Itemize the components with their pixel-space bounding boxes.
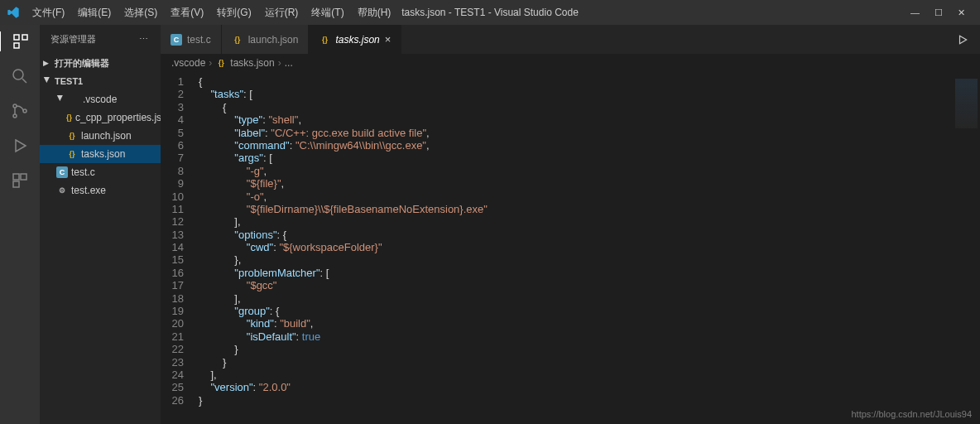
minimap[interactable] xyxy=(952,72,980,424)
breadcrumb[interactable]: .vscode › {}tasks.json › ... xyxy=(161,54,980,72)
run-tab-icon[interactable] xyxy=(945,25,980,54)
json-file-icon: {} xyxy=(66,148,78,160)
tree-item[interactable]: ▶.vscode xyxy=(40,90,161,108)
code-content[interactable]: { "tasks": [ { "type": "shell", "label":… xyxy=(199,72,952,424)
menu-item[interactable]: 帮助(H) xyxy=(352,2,397,23)
svg-rect-4 xyxy=(13,174,19,180)
menu-bar: 文件(F)编辑(E)选择(S)查看(V)转到(G)运行(R)终端(T)帮助(H) xyxy=(26,2,396,23)
sidebar: 资源管理器 ⋯ ▶打开的编辑器▶TEST1▶.vscode{}c_cpp_pro… xyxy=(40,25,161,424)
exe-file-icon: ⚙ xyxy=(56,185,68,196)
window-controls: — ☐ ✕ xyxy=(910,7,973,18)
editor-tab[interactable]: {}launch.json xyxy=(222,25,310,54)
file-tree: ▶打开的编辑器▶TEST1▶.vscode{}c_cpp_properties.… xyxy=(40,54,161,200)
breadcrumb-item[interactable]: ... xyxy=(285,57,293,69)
svg-rect-6 xyxy=(13,181,19,187)
tree-item[interactable]: ⚙test.exe xyxy=(40,181,161,200)
editor-tab[interactable]: Ctest.c xyxy=(161,25,222,54)
line-gutter: 1234567891011121314151617181920212223242… xyxy=(161,72,199,424)
svg-point-0 xyxy=(13,70,23,80)
tree-item[interactable]: Ctest.c xyxy=(40,163,161,181)
editor-tab[interactable]: {}tasks.json× xyxy=(309,25,401,54)
window-title: tasks.json - TEST1 - Visual Studio Code xyxy=(401,7,579,18)
code-editor[interactable]: 1234567891011121314151617181920212223242… xyxy=(161,72,980,424)
run-debug-icon[interactable] xyxy=(10,136,30,156)
watermark: https://blog.csdn.net/JLouis94 xyxy=(851,409,972,419)
sidebar-title: 资源管理器 xyxy=(50,33,96,46)
tab-bar: Ctest.c{}launch.json{}tasks.json× xyxy=(161,25,980,54)
json-file-icon: {} xyxy=(66,112,72,123)
menu-item[interactable]: 查看(V) xyxy=(165,2,209,23)
tree-item[interactable]: {}c_cpp_properties.json xyxy=(40,108,161,127)
c-file-icon: C xyxy=(171,34,182,46)
explorer-icon[interactable] xyxy=(0,31,39,51)
menu-item[interactable]: 选择(S) xyxy=(118,2,163,23)
tab-close-icon[interactable]: × xyxy=(385,33,392,46)
menu-item[interactable]: 运行(R) xyxy=(259,2,305,23)
close-icon[interactable]: ✕ xyxy=(958,7,965,18)
tree-section[interactable]: ▶打开的编辑器 xyxy=(40,54,161,72)
svg-rect-5 xyxy=(21,174,26,180)
breadcrumb-item[interactable]: tasks.json xyxy=(230,57,274,69)
c-file-icon: C xyxy=(56,166,68,178)
vscode-logo-icon xyxy=(7,6,20,19)
tree-section[interactable]: ▶TEST1 xyxy=(40,72,161,90)
svg-point-2 xyxy=(13,114,17,118)
activity-bar xyxy=(0,25,40,424)
menu-item[interactable]: 转到(G) xyxy=(211,2,257,23)
extensions-icon[interactable] xyxy=(10,171,30,190)
maximize-icon[interactable]: ☐ xyxy=(934,7,943,18)
titlebar: 文件(F)编辑(E)选择(S)查看(V)转到(G)运行(R)终端(T)帮助(H)… xyxy=(0,0,980,25)
json-file-icon: {} xyxy=(319,34,330,46)
json-file-icon: {} xyxy=(232,34,243,46)
-file-icon xyxy=(68,94,79,105)
breadcrumb-item[interactable]: .vscode xyxy=(171,57,205,69)
tree-item[interactable]: {}tasks.json xyxy=(40,145,161,163)
editor-area: Ctest.c{}launch.json{}tasks.json× .vscod… xyxy=(161,25,980,424)
json-file-icon: {} xyxy=(66,130,78,142)
menu-item[interactable]: 编辑(E) xyxy=(72,2,117,23)
menu-item[interactable]: 文件(F) xyxy=(26,2,70,23)
tree-item[interactable]: {}launch.json xyxy=(40,127,161,145)
minimize-icon[interactable]: — xyxy=(910,7,920,18)
source-control-icon[interactable] xyxy=(10,101,30,121)
search-icon[interactable] xyxy=(10,66,30,86)
svg-point-1 xyxy=(13,104,17,108)
sidebar-more-icon[interactable]: ⋯ xyxy=(139,34,150,45)
menu-item[interactable]: 终端(T) xyxy=(305,2,349,23)
sidebar-header: 资源管理器 ⋯ xyxy=(40,25,161,54)
